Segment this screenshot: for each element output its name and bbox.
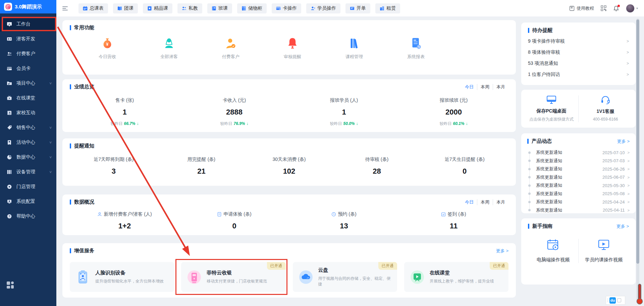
news-item[interactable]: 系统更新通知2025-06-26> xyxy=(527,165,630,173)
notification-dot xyxy=(618,5,620,7)
sidebar-item-help-center[interactable]: ? 帮助中心 xyxy=(0,209,56,224)
tab-today[interactable]: 今日 xyxy=(462,84,477,90)
card-ops-button[interactable]: 卡操作 xyxy=(272,3,301,13)
tab-week[interactable]: 本周 xyxy=(477,84,493,90)
quick-today-revenue[interactable]: ¥ 今日营收 xyxy=(76,36,138,60)
ime-logo[interactable]: du xyxy=(609,297,616,304)
ime-tool-icon[interactable] xyxy=(617,298,621,302)
quick-review-reminder[interactable]: 审核提醒 xyxy=(262,36,323,60)
billing-button[interactable]: 开单 xyxy=(345,3,370,13)
section-title: 常用功能 xyxy=(70,25,94,31)
quick-all-prospects[interactable]: 全部潜客 xyxy=(138,36,200,60)
guide-pc-video[interactable]: 电脑端操作视频 xyxy=(528,239,579,263)
stat-bookings: 预约 (条) 13 xyxy=(289,211,399,230)
tab-month[interactable]: 本月 xyxy=(493,84,508,90)
news-more-link[interactable]: 更多 > xyxy=(617,138,630,144)
value-added-services-card: 增值服务 更多 > 人脸识别设备 提升场馆智能化水平，全方位降本增效 已开通 ¥… xyxy=(62,243,516,298)
locker-icon xyxy=(241,6,246,11)
service-face-recognition[interactable]: 人脸识别设备 提升场馆智能化水平，全方位降本增效 xyxy=(70,262,174,292)
todo-item-messages[interactable]: 53 项消息通知> xyxy=(528,58,629,69)
news-item[interactable]: 系统更新通知2025-05-30> xyxy=(527,181,630,190)
performance-stats: 售卡 (张) 1 较昨日66.7%↓ 卡收入 (元) 2888 较昨日76.9%… xyxy=(70,97,508,127)
tutorial-link[interactable]: 使用教程 xyxy=(569,5,594,11)
service-cloud-drive[interactable]: 已开通 云盘 用于视频与合同的存储，安全、稳定、便捷 xyxy=(293,262,397,292)
sidebar-item-workbench[interactable]: 工作台 xyxy=(0,17,56,32)
quick-course-mgmt[interactable]: 课程管理 xyxy=(323,36,385,60)
tab-week[interactable]: 本周 xyxy=(477,199,493,205)
people-icon xyxy=(182,6,186,11)
rental-button[interactable]: 租赁 xyxy=(375,3,400,13)
services-row: 人脸识别设备 提升场馆智能化水平，全方位降本增效 已开通 ¥ 菲特云收银 移动支… xyxy=(70,262,508,292)
sidebar-item-paying-customers[interactable]: 付费客户 xyxy=(0,46,56,61)
ime-drag-handle[interactable] xyxy=(607,299,608,302)
quick-system-report[interactable]: 系统报表 xyxy=(385,36,447,60)
sidebar-item-online-classroom[interactable]: 在线课堂 xyxy=(0,91,56,105)
locker-button[interactable]: 储物柜 xyxy=(237,3,267,13)
chevron-right-icon: > xyxy=(627,61,629,66)
sidebar-item-home-school[interactable]: 家校互动 xyxy=(0,105,56,120)
sidebar-item-system-config[interactable]: 系统配置 xyxy=(0,194,56,209)
qr-code-icon[interactable] xyxy=(601,5,606,11)
regular-class-button[interactable]: 班课 xyxy=(207,3,232,13)
quick-paying-customers[interactable]: 付费客户 xyxy=(200,36,262,60)
timeline-dot xyxy=(528,151,531,154)
sidebar-item-data-center[interactable]: 数据中心 > xyxy=(0,150,56,165)
tab-month[interactable]: 本月 xyxy=(493,199,508,205)
news-item[interactable]: 系统更新通知2025-07-10> xyxy=(527,148,630,157)
sidebar-item-device-mgmt[interactable]: 设备管理 > xyxy=(0,165,56,179)
screen-play-icon xyxy=(597,239,610,251)
todo-item-card-review[interactable]: 9 项卡操作待审核> xyxy=(528,36,629,47)
news-item[interactable]: 系统更新通知2025-05-08> xyxy=(527,190,630,198)
sidebar-item-label: 在线课堂 xyxy=(16,95,35,101)
student-ops-button[interactable]: 学员操作 xyxy=(306,3,340,13)
private-coach-button[interactable]: 私教 xyxy=(177,3,202,13)
services-more-link[interactable]: 更多 > xyxy=(496,248,508,254)
scrollbar-thumb[interactable] xyxy=(636,19,639,264)
ime-toolbar[interactable]: du xyxy=(606,296,625,305)
sidebar-item-sales-center[interactable]: 销售中心 > xyxy=(0,120,56,135)
sidebar-collapse-icon[interactable] xyxy=(62,5,69,12)
user-menu[interactable]: ▾ xyxy=(626,4,638,13)
chevron-down-icon: > xyxy=(49,127,53,129)
tab-today[interactable]: 今日 xyxy=(462,199,477,205)
premium-class-button[interactable]: 精品课 xyxy=(143,3,172,13)
notification-bell-icon[interactable] xyxy=(613,5,619,11)
thermometer-icon xyxy=(636,284,643,305)
news-item[interactable]: 系统更新通知2025-04-24> xyxy=(527,198,630,206)
timeline-dot xyxy=(528,184,531,187)
sidebar-item-prospects[interactable]: 潜客开发 xyxy=(0,32,56,46)
schedule-button[interactable]: 总课表 xyxy=(78,3,108,13)
reminder-stats: 近7天即将到期 (条) 3 用完提醒 (条) 21 30天未消费 (条) 102… xyxy=(70,157,508,176)
sidebar-item-activity-center[interactable]: 活动中心 > xyxy=(0,135,56,150)
report-icon xyxy=(409,36,423,50)
sidebar-item-project-center[interactable]: 项目中心 > xyxy=(0,76,56,91)
group-class-button[interactable]: 团课 xyxy=(113,3,138,13)
status-badge: 已开通 xyxy=(490,262,508,270)
chevron-right-icon: > xyxy=(628,192,630,196)
stat-pending-review: 待审核 (条) 28 xyxy=(333,157,421,176)
save-desktop-shortcut[interactable]: 保存PC端桌面 点击保存为桌面快捷方式 xyxy=(525,95,579,122)
todo-item-followup[interactable]: 1 位客户待回访> xyxy=(528,69,629,80)
face-device-icon xyxy=(75,269,91,285)
quick-label: 今日营收 xyxy=(99,54,116,60)
todo-item-trial-review[interactable]: 8 项体验待审核> xyxy=(528,47,629,58)
sidebar-item-store-mgmt[interactable]: 门店管理 xyxy=(0,179,56,194)
sidebar-item-member-card[interactable]: 会员卡 xyxy=(0,61,56,76)
page-scrollbar[interactable] xyxy=(636,18,639,302)
app-logo-icon xyxy=(4,3,12,11)
guide-booking-video[interactable]: 学员约课操作视频 xyxy=(579,239,629,263)
news-item[interactable]: 系统更新通知2025-07-03> xyxy=(527,157,630,165)
down-arrow-icon: ↓ xyxy=(137,121,139,126)
button-label: 学员操作 xyxy=(317,5,336,11)
right-column: 待办提醒 9 项卡操作待审核> 8 项体验待审核> 53 项消息通知> 1 位客… xyxy=(521,20,636,306)
guide-more-link[interactable]: 更多 > xyxy=(616,223,629,229)
timeline-dot xyxy=(528,160,531,162)
down-arrow-icon: ↓ xyxy=(356,121,358,126)
service-online-classroom[interactable]: 已开通 在线课堂 开展线上教学，维护客情，提升业绩 xyxy=(404,262,508,292)
customer-service[interactable]: 1V1客服 400-659-6166 xyxy=(579,96,632,122)
apps-grid-icon[interactable] xyxy=(7,281,15,290)
news-item[interactable]: 系统更新通知2025-04-11> xyxy=(527,206,630,215)
news-item[interactable]: 系统更新通知2025-06-07> xyxy=(527,173,630,182)
service-feite-cashier[interactable]: 已开通 ¥ 菲特云收银 移动支付更便捷，门店收银更规范 xyxy=(181,262,285,292)
online-classroom-icon xyxy=(7,95,12,101)
